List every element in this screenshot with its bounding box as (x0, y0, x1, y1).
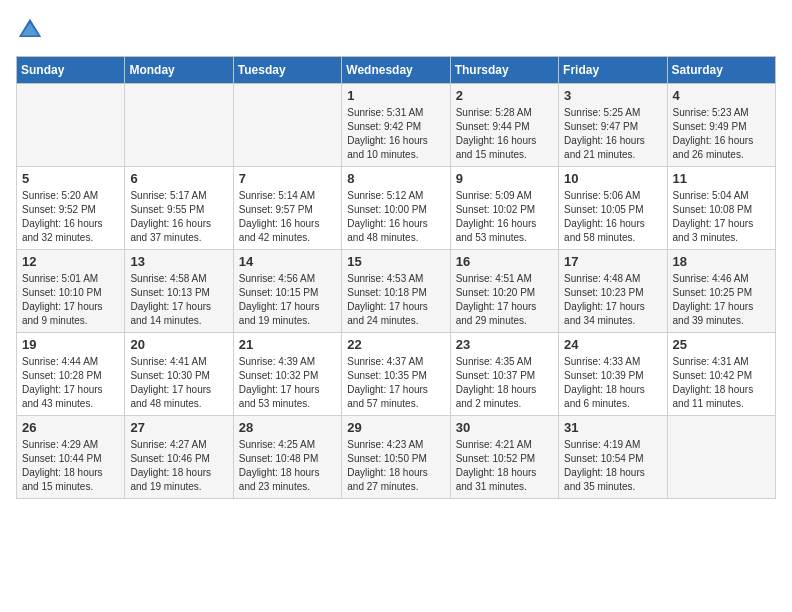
day-number: 31 (564, 420, 661, 435)
day-cell-31: 31Sunrise: 4:19 AM Sunset: 10:54 PM Dayl… (559, 416, 667, 499)
day-number: 4 (673, 88, 770, 103)
day-info: Sunrise: 4:25 AM Sunset: 10:48 PM Daylig… (239, 438, 336, 494)
day-info: Sunrise: 4:58 AM Sunset: 10:13 PM Daylig… (130, 272, 227, 328)
empty-cell (125, 84, 233, 167)
logo-icon (16, 16, 44, 44)
day-cell-19: 19Sunrise: 4:44 AM Sunset: 10:28 PM Dayl… (17, 333, 125, 416)
day-info: Sunrise: 4:35 AM Sunset: 10:37 PM Daylig… (456, 355, 553, 411)
day-number: 7 (239, 171, 336, 186)
day-number: 25 (673, 337, 770, 352)
day-info: Sunrise: 5:01 AM Sunset: 10:10 PM Daylig… (22, 272, 119, 328)
day-number: 14 (239, 254, 336, 269)
day-cell-21: 21Sunrise: 4:39 AM Sunset: 10:32 PM Dayl… (233, 333, 341, 416)
day-number: 5 (22, 171, 119, 186)
day-info: Sunrise: 4:48 AM Sunset: 10:23 PM Daylig… (564, 272, 661, 328)
day-number: 3 (564, 88, 661, 103)
day-header-wednesday: Wednesday (342, 57, 450, 84)
day-number: 21 (239, 337, 336, 352)
day-cell-23: 23Sunrise: 4:35 AM Sunset: 10:37 PM Dayl… (450, 333, 558, 416)
day-number: 18 (673, 254, 770, 269)
day-info: Sunrise: 4:19 AM Sunset: 10:54 PM Daylig… (564, 438, 661, 494)
day-number: 26 (22, 420, 119, 435)
day-header-tuesday: Tuesday (233, 57, 341, 84)
week-row-4: 19Sunrise: 4:44 AM Sunset: 10:28 PM Dayl… (17, 333, 776, 416)
day-number: 10 (564, 171, 661, 186)
day-info: Sunrise: 5:28 AM Sunset: 9:44 PM Dayligh… (456, 106, 553, 162)
day-info: Sunrise: 4:37 AM Sunset: 10:35 PM Daylig… (347, 355, 444, 411)
day-number: 27 (130, 420, 227, 435)
day-info: Sunrise: 5:09 AM Sunset: 10:02 PM Daylig… (456, 189, 553, 245)
day-number: 29 (347, 420, 444, 435)
day-number: 23 (456, 337, 553, 352)
day-cell-12: 12Sunrise: 5:01 AM Sunset: 10:10 PM Dayl… (17, 250, 125, 333)
day-header-friday: Friday (559, 57, 667, 84)
day-number: 11 (673, 171, 770, 186)
day-number: 17 (564, 254, 661, 269)
day-header-thursday: Thursday (450, 57, 558, 84)
empty-cell (233, 84, 341, 167)
day-number: 2 (456, 88, 553, 103)
day-cell-6: 6Sunrise: 5:17 AM Sunset: 9:55 PM Daylig… (125, 167, 233, 250)
day-cell-22: 22Sunrise: 4:37 AM Sunset: 10:35 PM Dayl… (342, 333, 450, 416)
day-cell-15: 15Sunrise: 4:53 AM Sunset: 10:18 PM Dayl… (342, 250, 450, 333)
day-cell-29: 29Sunrise: 4:23 AM Sunset: 10:50 PM Dayl… (342, 416, 450, 499)
day-header-saturday: Saturday (667, 57, 775, 84)
day-cell-14: 14Sunrise: 4:56 AM Sunset: 10:15 PM Dayl… (233, 250, 341, 333)
calendar-table: SundayMondayTuesdayWednesdayThursdayFrid… (16, 56, 776, 499)
day-number: 28 (239, 420, 336, 435)
day-info: Sunrise: 4:33 AM Sunset: 10:39 PM Daylig… (564, 355, 661, 411)
day-info: Sunrise: 4:53 AM Sunset: 10:18 PM Daylig… (347, 272, 444, 328)
day-info: Sunrise: 4:29 AM Sunset: 10:44 PM Daylig… (22, 438, 119, 494)
day-info: Sunrise: 4:23 AM Sunset: 10:50 PM Daylig… (347, 438, 444, 494)
day-cell-27: 27Sunrise: 4:27 AM Sunset: 10:46 PM Dayl… (125, 416, 233, 499)
day-number: 19 (22, 337, 119, 352)
week-row-2: 5Sunrise: 5:20 AM Sunset: 9:52 PM Daylig… (17, 167, 776, 250)
day-number: 6 (130, 171, 227, 186)
day-cell-8: 8Sunrise: 5:12 AM Sunset: 10:00 PM Dayli… (342, 167, 450, 250)
empty-cell (17, 84, 125, 167)
day-cell-5: 5Sunrise: 5:20 AM Sunset: 9:52 PM Daylig… (17, 167, 125, 250)
day-cell-9: 9Sunrise: 5:09 AM Sunset: 10:02 PM Dayli… (450, 167, 558, 250)
day-cell-3: 3Sunrise: 5:25 AM Sunset: 9:47 PM Daylig… (559, 84, 667, 167)
day-header-monday: Monday (125, 57, 233, 84)
day-number: 30 (456, 420, 553, 435)
day-info: Sunrise: 5:25 AM Sunset: 9:47 PM Dayligh… (564, 106, 661, 162)
day-info: Sunrise: 5:17 AM Sunset: 9:55 PM Dayligh… (130, 189, 227, 245)
day-number: 24 (564, 337, 661, 352)
day-cell-25: 25Sunrise: 4:31 AM Sunset: 10:42 PM Dayl… (667, 333, 775, 416)
day-cell-13: 13Sunrise: 4:58 AM Sunset: 10:13 PM Dayl… (125, 250, 233, 333)
day-info: Sunrise: 4:51 AM Sunset: 10:20 PM Daylig… (456, 272, 553, 328)
week-row-5: 26Sunrise: 4:29 AM Sunset: 10:44 PM Dayl… (17, 416, 776, 499)
page-header (16, 16, 776, 44)
day-cell-2: 2Sunrise: 5:28 AM Sunset: 9:44 PM Daylig… (450, 84, 558, 167)
day-info: Sunrise: 4:46 AM Sunset: 10:25 PM Daylig… (673, 272, 770, 328)
day-info: Sunrise: 4:21 AM Sunset: 10:52 PM Daylig… (456, 438, 553, 494)
day-info: Sunrise: 5:20 AM Sunset: 9:52 PM Dayligh… (22, 189, 119, 245)
days-header-row: SundayMondayTuesdayWednesdayThursdayFrid… (17, 57, 776, 84)
day-cell-4: 4Sunrise: 5:23 AM Sunset: 9:49 PM Daylig… (667, 84, 775, 167)
day-cell-30: 30Sunrise: 4:21 AM Sunset: 10:52 PM Dayl… (450, 416, 558, 499)
day-cell-20: 20Sunrise: 4:41 AM Sunset: 10:30 PM Dayl… (125, 333, 233, 416)
day-info: Sunrise: 5:12 AM Sunset: 10:00 PM Daylig… (347, 189, 444, 245)
day-number: 20 (130, 337, 227, 352)
day-cell-28: 28Sunrise: 4:25 AM Sunset: 10:48 PM Dayl… (233, 416, 341, 499)
day-info: Sunrise: 5:04 AM Sunset: 10:08 PM Daylig… (673, 189, 770, 245)
day-info: Sunrise: 4:31 AM Sunset: 10:42 PM Daylig… (673, 355, 770, 411)
day-cell-1: 1Sunrise: 5:31 AM Sunset: 9:42 PM Daylig… (342, 84, 450, 167)
week-row-1: 1Sunrise: 5:31 AM Sunset: 9:42 PM Daylig… (17, 84, 776, 167)
day-cell-11: 11Sunrise: 5:04 AM Sunset: 10:08 PM Dayl… (667, 167, 775, 250)
day-number: 16 (456, 254, 553, 269)
day-number: 12 (22, 254, 119, 269)
day-info: Sunrise: 5:14 AM Sunset: 9:57 PM Dayligh… (239, 189, 336, 245)
day-info: Sunrise: 4:56 AM Sunset: 10:15 PM Daylig… (239, 272, 336, 328)
day-info: Sunrise: 4:44 AM Sunset: 10:28 PM Daylig… (22, 355, 119, 411)
day-cell-16: 16Sunrise: 4:51 AM Sunset: 10:20 PM Dayl… (450, 250, 558, 333)
day-info: Sunrise: 4:39 AM Sunset: 10:32 PM Daylig… (239, 355, 336, 411)
day-cell-26: 26Sunrise: 4:29 AM Sunset: 10:44 PM Dayl… (17, 416, 125, 499)
day-header-sunday: Sunday (17, 57, 125, 84)
day-cell-17: 17Sunrise: 4:48 AM Sunset: 10:23 PM Dayl… (559, 250, 667, 333)
day-info: Sunrise: 5:06 AM Sunset: 10:05 PM Daylig… (564, 189, 661, 245)
logo (16, 16, 48, 44)
empty-cell (667, 416, 775, 499)
week-row-3: 12Sunrise: 5:01 AM Sunset: 10:10 PM Dayl… (17, 250, 776, 333)
